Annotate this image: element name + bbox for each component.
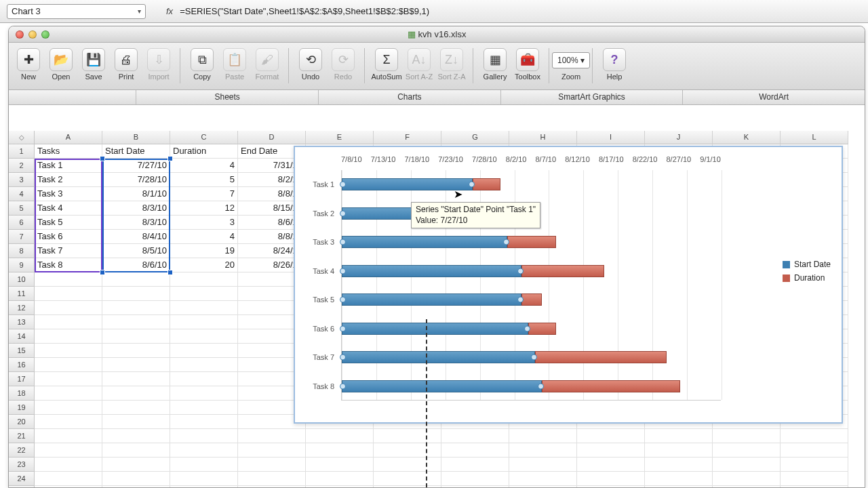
tab-wordart[interactable]: WordArt	[682, 90, 865, 104]
open-button[interactable]: 📂Open	[45, 45, 77, 83]
chart-legend[interactable]: Start DateDuration	[783, 260, 831, 287]
row-header-21[interactable]: 21	[9, 429, 35, 443]
row-header-2[interactable]: 2	[9, 159, 35, 173]
cell-J21[interactable]	[645, 429, 713, 443]
chart-bar-startdate[interactable]	[342, 323, 528, 335]
cell-A3[interactable]: Task 2	[35, 173, 102, 187]
cell-D23[interactable]	[238, 458, 306, 472]
new-button[interactable]: ✚New	[13, 45, 44, 83]
chart-bar-duration[interactable]	[542, 380, 680, 392]
col-header-D[interactable]: D	[238, 131, 306, 144]
cell-D25[interactable]	[238, 486, 306, 487]
cell-C10[interactable]	[170, 272, 238, 287]
row-header-15[interactable]: 15	[9, 344, 35, 358]
cell-G21[interactable]	[441, 429, 509, 443]
cell-A6[interactable]: Task 5	[35, 216, 102, 230]
row-header-12[interactable]: 12	[9, 301, 35, 315]
cell-C22[interactable]	[170, 443, 238, 458]
chart-bar-duration[interactable]	[535, 351, 666, 363]
cell-C14[interactable]	[170, 329, 238, 344]
cell-B25[interactable]	[102, 486, 170, 487]
cell-B20[interactable]	[102, 415, 170, 429]
legend-item-duration[interactable]: Duration	[783, 273, 831, 283]
cell-I21[interactable]	[577, 429, 645, 443]
cell-G25[interactable]	[441, 486, 509, 487]
cell-A15[interactable]	[35, 344, 102, 358]
row-header-18[interactable]: 18	[9, 386, 35, 401]
chart-bar-startdate[interactable]	[342, 236, 507, 248]
cell-C6[interactable]: 3	[170, 216, 238, 230]
row-header-17[interactable]: 17	[9, 372, 35, 386]
save-button[interactable]: 💾Save	[78, 45, 109, 83]
chart-bar-duration[interactable]	[507, 236, 555, 248]
cell-H24[interactable]	[509, 472, 577, 486]
cell-B11[interactable]	[102, 287, 170, 301]
fx-icon[interactable]: fx	[166, 6, 173, 16]
cell-F25[interactable]	[374, 486, 441, 487]
cell-D24[interactable]	[238, 472, 306, 486]
cell-C8[interactable]: 19	[170, 244, 238, 258]
col-header-L[interactable]: L	[781, 131, 848, 144]
cell-A7[interactable]: Task 6	[35, 230, 102, 244]
cell-J23[interactable]	[645, 458, 713, 472]
tab-blank[interactable]	[9, 90, 136, 104]
cell-I22[interactable]	[577, 443, 645, 458]
cell-D22[interactable]	[238, 443, 306, 458]
cell-G22[interactable]	[441, 443, 509, 458]
cell-H25[interactable]	[509, 486, 577, 487]
cell-A17[interactable]	[35, 372, 102, 386]
cell-C5[interactable]: 12	[170, 201, 238, 216]
row-header-22[interactable]: 22	[9, 443, 35, 458]
cell-F21[interactable]	[374, 429, 441, 443]
cell-E21[interactable]	[306, 429, 374, 443]
cell-K24[interactable]	[713, 472, 781, 486]
cell-K23[interactable]	[713, 458, 781, 472]
cell-F22[interactable]	[374, 443, 441, 458]
name-box[interactable]: Chart 3 ▾	[7, 4, 146, 19]
chart-bar-duration[interactable]	[473, 178, 500, 190]
col-header-J[interactable]: J	[645, 131, 713, 144]
cell-B4[interactable]: 8/1/10	[102, 187, 170, 201]
zoom-control[interactable]: 100% ▾ Zoom	[555, 45, 587, 83]
cell-B7[interactable]: 8/4/10	[102, 230, 170, 244]
cell-C19[interactable]	[170, 401, 238, 415]
cell-A2[interactable]: Task 1	[35, 159, 102, 173]
cell-J22[interactable]	[645, 443, 713, 458]
cell-A1[interactable]: Tasks	[35, 144, 102, 159]
cell-C2[interactable]: 4	[170, 159, 238, 173]
chart-bar-startdate[interactable]	[342, 293, 521, 306]
col-header-E[interactable]: E	[306, 131, 374, 144]
cell-I24[interactable]	[577, 472, 645, 486]
row-header-9[interactable]: 9	[9, 258, 35, 272]
sheet-area[interactable]: ◇ABCDEFGHIJKL1TasksStart DateDurationEnd…	[9, 131, 865, 487]
cell-A20[interactable]	[35, 415, 102, 429]
row-header-4[interactable]: 4	[9, 187, 35, 201]
cell-H23[interactable]	[509, 458, 577, 472]
cell-B14[interactable]	[102, 329, 170, 344]
cell-C9[interactable]: 20	[170, 258, 238, 272]
cell-A19[interactable]	[35, 401, 102, 415]
chart-bar-duration[interactable]	[528, 323, 556, 335]
chart-bar-duration[interactable]	[521, 293, 542, 306]
chart-bar-duration[interactable]	[521, 265, 604, 277]
cell-I25[interactable]	[577, 486, 645, 487]
cell-A10[interactable]	[35, 272, 102, 287]
zoom-value[interactable]: 100% ▾	[552, 52, 590, 68]
cell-B1[interactable]: Start Date	[102, 144, 170, 159]
cell-D21[interactable]	[238, 429, 306, 443]
select-all-corner[interactable]: ◇	[9, 131, 35, 144]
cell-B22[interactable]	[102, 443, 170, 458]
tab-sheets[interactable]: Sheets	[136, 90, 318, 104]
tab-smartart[interactable]: SmartArt Graphics	[500, 90, 683, 104]
cell-F23[interactable]	[374, 458, 441, 472]
cell-H21[interactable]	[509, 429, 577, 443]
cell-A4[interactable]: Task 3	[35, 187, 102, 201]
cell-L21[interactable]	[781, 429, 848, 443]
col-header-C[interactable]: C	[170, 131, 238, 144]
cell-B21[interactable]	[102, 429, 170, 443]
cell-C4[interactable]: 7	[170, 187, 238, 201]
row-header-25[interactable]: 25	[9, 486, 35, 487]
cell-B5[interactable]: 8/3/10	[102, 201, 170, 216]
cell-C21[interactable]	[170, 429, 238, 443]
copy-button[interactable]: ⧉Copy	[186, 45, 218, 83]
